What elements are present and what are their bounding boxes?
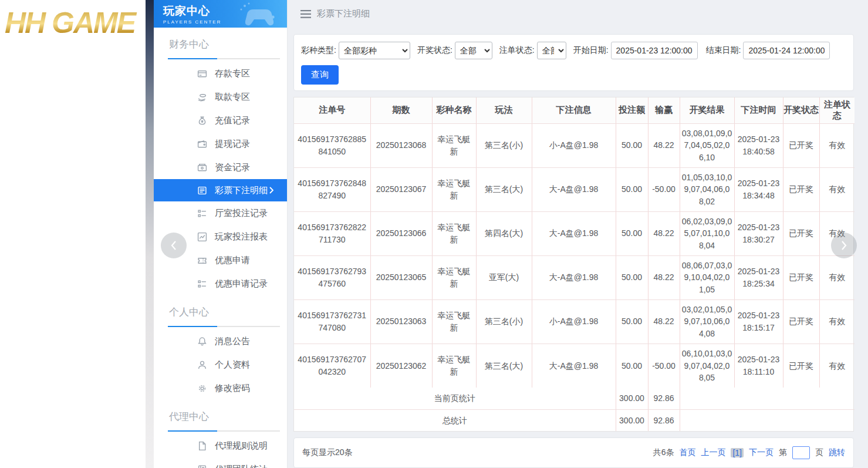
table-row: 40156917376288584105020250123068幸运飞艇新第三名… bbox=[294, 123, 855, 167]
sidebar-item-promo-apply-record[interactable]: 优惠申请记录 bbox=[154, 272, 287, 295]
gamepad-icon bbox=[231, 1, 283, 27]
table-cell: 401569173762731747080 bbox=[294, 299, 370, 344]
bet-status-select[interactable]: 全部 bbox=[537, 42, 566, 59]
sidebar-item-label: 代理团队统计 bbox=[215, 464, 268, 468]
next-page-link[interactable]: 下一页 bbox=[749, 447, 774, 458]
sidebar-item-lottery-bet-detail[interactable]: 彩票下注明细 bbox=[154, 179, 287, 201]
end-date-input[interactable] bbox=[743, 42, 830, 59]
list-icon bbox=[197, 208, 207, 218]
table-cell: 48.22 bbox=[648, 123, 680, 167]
sidebar-item-change-password[interactable]: 修改密码 bbox=[154, 376, 287, 400]
table-cell: 已开奖 bbox=[783, 255, 819, 299]
site-logo: HH GAME bbox=[5, 6, 146, 53]
table-cell: 已开奖 bbox=[783, 123, 819, 167]
table-header-cell: 期数 bbox=[370, 97, 432, 123]
end-date-label: 结束日期: bbox=[706, 45, 741, 56]
table-cell: 幸运飞艇新 bbox=[432, 344, 476, 388]
table-cell: 50.00 bbox=[616, 344, 648, 388]
table-cell: 第四名(大) bbox=[476, 211, 532, 255]
table-cell: 大-A盘@1.98 bbox=[532, 211, 616, 255]
search-button[interactable]: 查询 bbox=[301, 65, 339, 85]
topbar: 彩票下注明细 bbox=[288, 0, 868, 28]
sidebar-item-deposit[interactable]: 存款专区 bbox=[154, 62, 287, 85]
table-header-cell: 注单状态 bbox=[819, 97, 855, 123]
collapse-right-button[interactable] bbox=[831, 233, 857, 258]
sidebar-item-cashout-record[interactable]: 提现记录 bbox=[154, 132, 287, 156]
list-icon bbox=[197, 279, 207, 289]
section-rule bbox=[168, 430, 280, 432]
table-cell: 有效 bbox=[819, 167, 855, 211]
wallet-icon bbox=[197, 139, 207, 149]
table-cell: 有效 bbox=[819, 123, 855, 167]
draw-status-select[interactable]: 全部 bbox=[455, 42, 492, 59]
background-divider bbox=[146, 0, 154, 468]
table-cell: 已开奖 bbox=[783, 211, 819, 255]
sidebar-header: 玩家中心 PLAYERS CENTER bbox=[154, 0, 287, 28]
collapse-left-button[interactable] bbox=[161, 233, 187, 258]
table-row: 40156917376270704232020250123062幸运飞艇新第三名… bbox=[294, 344, 855, 388]
current-page-indicator: [1] bbox=[731, 448, 744, 457]
jump-prefix-text: 第 bbox=[779, 447, 787, 458]
sidebar-item-hall-bet-record[interactable]: 厅室投注记录 bbox=[154, 201, 287, 225]
table-cell: 50.00 bbox=[616, 255, 648, 299]
table-cell: 03,08,01,09,07,04,05,02,06,10 bbox=[680, 123, 734, 167]
lottery-detail-icon bbox=[197, 186, 207, 196]
sidebar-item-agent-rules[interactable]: 代理规则说明 bbox=[154, 434, 287, 457]
prev-page-link[interactable]: 上一页 bbox=[701, 447, 725, 458]
table-cell: 2025-01-23 18:34:48 bbox=[734, 167, 783, 211]
sidebar-item-label: 提现记录 bbox=[215, 139, 250, 150]
table-cell: 有效 bbox=[819, 299, 855, 344]
table-cell: 401569173762885841050 bbox=[294, 123, 370, 167]
sidebar-item-label: 修改密码 bbox=[215, 383, 250, 394]
deposit-card-icon bbox=[197, 69, 207, 79]
sidebar-item-label: 玩家投注报表 bbox=[215, 231, 268, 243]
sidebar-item-label: 优惠申请 bbox=[215, 255, 250, 266]
hamburger-menu-icon[interactable] bbox=[300, 10, 311, 18]
document-icon bbox=[197, 441, 207, 451]
draw-status-label: 开奖状态: bbox=[417, 45, 452, 56]
sidebar-item-label: 彩票下注明细 bbox=[215, 185, 268, 196]
table-cell: 幸运飞艇新 bbox=[432, 299, 476, 344]
money-bag-icon bbox=[197, 116, 207, 126]
pagination-bar: 每页显示20条 共6条 首页 上一页 [1] 下一页 第 页 跳转 bbox=[293, 437, 854, 468]
table-cell: 01,05,03,10,09,07,04,06,08,02 bbox=[680, 167, 734, 211]
funds-icon bbox=[197, 163, 207, 173]
summary-label: 总统计 bbox=[294, 409, 616, 431]
user-icon bbox=[197, 360, 207, 370]
sidebar-item-withdraw[interactable]: 取款专区 bbox=[154, 85, 287, 109]
table-header-cell: 开奖状态 bbox=[783, 97, 819, 123]
sidebar-item-label: 取款专区 bbox=[215, 92, 250, 103]
table-cell: 03,02,01,05,09,07,10,06,04,08 bbox=[680, 299, 734, 344]
summary-bet-total: 300.00 bbox=[616, 409, 648, 431]
table-cell: 50.00 bbox=[616, 123, 648, 167]
table-cell: 401569173762793475760 bbox=[294, 255, 370, 299]
sidebar-item-announcements[interactable]: 消息公告 bbox=[154, 329, 287, 353]
summary-label: 当前页统计 bbox=[294, 388, 616, 409]
table-cell: 有效 bbox=[819, 344, 855, 388]
menu-finance: 存款专区 取款专区 充值记录 提现记录 资金记录 彩票下注明细 厅室投注记录 bbox=[154, 62, 287, 295]
table-header-cell: 玩法 bbox=[476, 97, 532, 123]
start-date-label: 开始日期: bbox=[573, 45, 609, 56]
sidebar-item-recharge-record[interactable]: 充值记录 bbox=[154, 109, 287, 132]
start-date-input[interactable] bbox=[611, 42, 698, 59]
site-background-panel: HH GAME bbox=[0, 0, 146, 468]
table-cell: 08,06,07,03,09,10,04,02,01,05 bbox=[680, 255, 734, 299]
sidebar-item-label: 代理规则说明 bbox=[215, 440, 268, 452]
sidebar-item-profile[interactable]: 个人资料 bbox=[154, 353, 287, 376]
table-cell: 50.00 bbox=[616, 211, 648, 255]
sidebar-item-label: 个人资料 bbox=[215, 359, 250, 371]
sidebar-item-funds-record[interactable]: 资金记录 bbox=[154, 156, 287, 179]
sidebar-item-label: 资金记录 bbox=[215, 162, 250, 173]
table-cell: 小-A盘@1.98 bbox=[532, 299, 616, 344]
sidebar-item-agent-team-stats[interactable]: 代理团队统计 bbox=[154, 457, 287, 468]
jump-button[interactable]: 跳转 bbox=[829, 447, 845, 458]
bet-detail-table-card: 注单号期数彩种名称玩法下注信息投注额输赢开奖结果下注时间开奖状态注单状态 401… bbox=[293, 97, 854, 432]
table-cell: 401569173762707042320 bbox=[294, 344, 370, 388]
page-jump-input[interactable] bbox=[792, 446, 810, 459]
table-cell: 第三名(小) bbox=[476, 299, 532, 344]
section-title-finance: 财务中心 bbox=[169, 38, 278, 51]
lottery-type-select[interactable]: 全部彩种 bbox=[339, 42, 410, 59]
table-cell: 2025-01-23 18:40:58 bbox=[734, 123, 783, 167]
first-page-link[interactable]: 首页 bbox=[679, 447, 695, 458]
section-rule bbox=[168, 326, 280, 327]
